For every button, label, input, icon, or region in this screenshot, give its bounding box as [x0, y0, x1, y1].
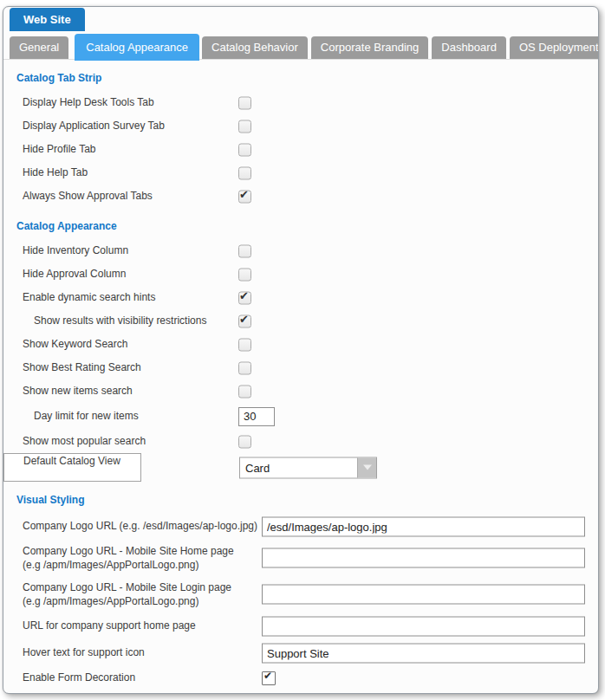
- select-value: Card: [240, 457, 357, 477]
- checkbox-show-keyword-search[interactable]: [238, 338, 251, 351]
- field-label: Hide Approval Column: [23, 267, 126, 281]
- checkmark-icon: ✔: [239, 188, 249, 199]
- row-default-catalog-view: Default Catalog ViewCard: [3, 453, 141, 482]
- select-default-catalog-view[interactable]: Card: [239, 457, 377, 478]
- field-label: Hover text for support icon: [23, 645, 145, 659]
- row-hide-profile-tab: Hide Profile Tab: [3, 138, 598, 161]
- field-label: Hide Help Tab: [23, 165, 88, 179]
- section-visual-styling: Company Logo URL (e.g. /esd/Images/ap-lo…: [3, 513, 598, 694]
- row-hide-help-tab: Hide Help Tab: [3, 161, 598, 185]
- tab-catalog-appearance[interactable]: Catalog Appearance: [75, 34, 199, 61]
- chevron-down-icon: [363, 465, 372, 470]
- tab-catalog-behavior[interactable]: Catalog Behavior: [202, 36, 308, 59]
- field-label: URL for company support home page: [23, 619, 196, 632]
- checkbox-display-help-desk-tools-tab[interactable]: [238, 96, 251, 109]
- checkbox-hide-inventory-column[interactable]: [238, 244, 251, 257]
- input-company-logo-url-e-g-esd-images-ap-logo-jpg[interactable]: [262, 516, 585, 536]
- tab-general[interactable]: General: [10, 36, 68, 59]
- input-url-for-company-support-home-page[interactable]: [262, 616, 585, 636]
- checkbox-show-most-popular-search[interactable]: [238, 435, 251, 448]
- input-company-logo-url-mobile-site-login-page[interactable]: [262, 585, 585, 605]
- tab-corporate-branding[interactable]: Corporate Branding: [311, 36, 428, 59]
- checkbox-display-application-survey-tab[interactable]: [238, 120, 251, 133]
- row-company-logo-url-mobile-site-home-page: Company Logo URL - Mobile Site Home page…: [3, 540, 598, 576]
- tab-strip: GeneralCatalog AppearanceCatalog Behavio…: [3, 31, 598, 60]
- field-label: Display Help Desk Tools Tab: [23, 95, 154, 109]
- checkbox-hide-approval-column[interactable]: [238, 268, 251, 281]
- dropdown-button[interactable]: [357, 457, 376, 477]
- checkbox-show-best-rating-search[interactable]: [238, 361, 251, 374]
- field-label: Default Catalog View: [23, 454, 120, 481]
- checkbox-show-results-with-visibility-restrictions[interactable]: ✔: [238, 314, 251, 327]
- field-control: [262, 694, 298, 695]
- row-company-logo-url-mobile-site-login-page: Company Logo URL - Mobile Site Login pag…: [3, 576, 598, 612]
- field-control: Card: [239, 457, 377, 478]
- input-splitter-height-offset[interactable]: [262, 694, 298, 695]
- row-company-logo-url-e-g-esd-images-ap-logo-jpg: Company Logo URL (e.g. /esd/Images/ap-lo…: [3, 513, 598, 540]
- row-show-most-popular-search: Show most popular search: [3, 430, 598, 453]
- row-day-limit-for-new-items: Day limit for new items: [3, 403, 598, 430]
- section-title-visual-styling: Visual Styling: [16, 494, 598, 506]
- input-company-logo-url-mobile-site-home-page[interactable]: [262, 548, 585, 568]
- row-show-keyword-search: Show Keyword Search: [3, 333, 598, 356]
- checkmark-icon: ✔: [239, 313, 249, 324]
- checkbox-always-show-approval-tabs[interactable]: ✔: [238, 190, 251, 203]
- section-title-catalog-appearance: Catalog Appearance: [16, 220, 598, 232]
- checkbox-enable-form-decoration[interactable]: ✔: [262, 671, 276, 685]
- row-show-new-items-search: Show new items search: [3, 379, 598, 403]
- checkmark-icon: ✔: [239, 289, 249, 301]
- field-label: Hide Inventory Column: [23, 243, 128, 257]
- checkbox-hide-help-tab[interactable]: [238, 166, 251, 179]
- field-control: [238, 166, 251, 179]
- field-control: [238, 338, 251, 351]
- field-control: [238, 244, 251, 257]
- field-control: [238, 268, 251, 281]
- row-show-best-rating-search: Show Best Rating Search: [3, 356, 598, 379]
- row-splitter-height-offset: Splitter Height Offset: [3, 690, 598, 694]
- checkbox-hide-profile-tab[interactable]: [238, 143, 251, 156]
- field-control: [262, 643, 585, 663]
- field-control: ✔: [262, 671, 276, 685]
- row-enable-form-decoration: Enable Form Decoration✔: [3, 666, 598, 690]
- field-label: Always Show Approval Tabs: [23, 189, 153, 203]
- row-enable-dynamic-search-hints: Enable dynamic search hints✔: [3, 286, 598, 309]
- field-label: Display Application Survey Tab: [23, 119, 165, 133]
- field-label: Show results with visibility restriction…: [34, 314, 206, 327]
- section-catalog-appearance: Hide Inventory ColumnHide Approval Colum…: [3, 239, 598, 482]
- field-control: [262, 585, 585, 605]
- field-label: Enable Form Decoration: [23, 671, 135, 684]
- field-control: [238, 435, 251, 448]
- field-control: [238, 361, 251, 374]
- section-title-catalog-tab-strip: Catalog Tab Strip: [16, 72, 598, 84]
- field-label: Show Best Rating Search: [23, 360, 141, 374]
- row-hover-text-for-support-icon: Hover text for support icon: [3, 639, 598, 666]
- row-display-application-survey-tab: Display Application Survey Tab: [3, 114, 598, 138]
- field-label: Show Keyword Search: [23, 337, 127, 351]
- field-label: Company Logo URL (e.g. /esd/Images/ap-lo…: [23, 519, 257, 533]
- row-hide-approval-column: Hide Approval Column: [3, 262, 598, 286]
- checkmark-icon: ✔: [263, 671, 272, 681]
- input-hover-text-for-support-icon[interactable]: [262, 643, 585, 663]
- field-control: [262, 548, 585, 568]
- field-control: [238, 143, 251, 156]
- tab-dashboard[interactable]: Dashboard: [432, 36, 506, 59]
- checkbox-show-new-items-search[interactable]: [238, 385, 251, 398]
- row-always-show-approval-tabs: Always Show Approval Tabs✔: [3, 185, 598, 208]
- settings-content: Catalog Tab StripDisplay Help Desk Tools…: [3, 72, 598, 694]
- field-control: [238, 120, 251, 133]
- row-url-for-company-support-home-page: URL for company support home page: [3, 612, 598, 639]
- row-show-results-with-visibility-restrictions: Show results with visibility restriction…: [3, 309, 598, 333]
- field-label: Show most popular search: [23, 434, 146, 448]
- field-control: [238, 407, 275, 426]
- field-control: [238, 385, 251, 398]
- field-control: [238, 96, 251, 109]
- checkbox-enable-dynamic-search-hints[interactable]: ✔: [238, 291, 251, 304]
- field-label: Hide Profile Tab: [23, 142, 96, 156]
- tab-web-site[interactable]: Web Site: [10, 8, 85, 31]
- field-label: Day limit for new items: [34, 409, 139, 423]
- tab-os-deployment[interactable]: OS Deployment: [510, 36, 599, 59]
- field-label: Company Logo URL - Mobile Site Login pag…: [23, 580, 231, 608]
- field-label: Company Logo URL - Mobile Site Home page…: [23, 544, 234, 572]
- input-day-limit-for-new-items[interactable]: [238, 407, 275, 426]
- field-label: Enable dynamic search hints: [23, 290, 155, 304]
